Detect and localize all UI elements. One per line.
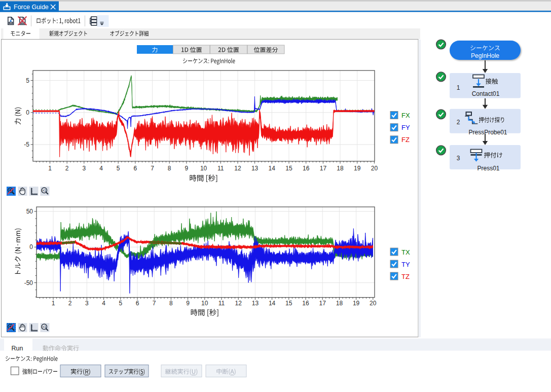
svg-text:-50: -50 bbox=[24, 279, 33, 287]
svg-text:Contact01: Contact01 bbox=[472, 90, 500, 97]
svg-text:12: 12 bbox=[234, 165, 241, 172]
svg-text:16: 16 bbox=[303, 165, 310, 172]
svg-text:2: 2 bbox=[65, 165, 69, 172]
svg-text:Run: Run bbox=[12, 345, 23, 352]
svg-text:TY: TY bbox=[401, 261, 410, 268]
svg-text:1: 1 bbox=[48, 165, 52, 172]
svg-text:5: 5 bbox=[117, 165, 120, 172]
svg-text:18: 18 bbox=[336, 300, 343, 307]
svg-text:11: 11 bbox=[218, 300, 225, 307]
svg-text:14: 14 bbox=[269, 165, 276, 172]
svg-text:10: 10 bbox=[201, 300, 208, 307]
svg-text:7: 7 bbox=[153, 300, 156, 307]
svg-text:×1: ×1 bbox=[42, 189, 46, 192]
svg-text:18: 18 bbox=[337, 165, 344, 172]
svg-text:7: 7 bbox=[151, 165, 154, 172]
svg-text:4: 4 bbox=[99, 165, 103, 172]
svg-text:1: 1 bbox=[52, 300, 55, 307]
svg-text:4: 4 bbox=[102, 300, 105, 307]
svg-text:FX: FX bbox=[401, 112, 410, 119]
svg-text:19: 19 bbox=[354, 165, 361, 172]
svg-text:15: 15 bbox=[285, 300, 292, 307]
svg-text:3: 3 bbox=[457, 155, 460, 162]
svg-text:0: 0 bbox=[26, 109, 29, 116]
svg-text:13: 13 bbox=[251, 165, 259, 172]
svg-text:-5: -5 bbox=[24, 141, 29, 148]
svg-text:3: 3 bbox=[85, 300, 89, 307]
svg-text:9: 9 bbox=[185, 165, 189, 172]
svg-text:PegInHole: PegInHole bbox=[471, 52, 499, 59]
svg-text:×1: ×1 bbox=[42, 325, 46, 329]
svg-text:0: 0 bbox=[29, 243, 33, 251]
svg-text:50: 50 bbox=[26, 208, 33, 215]
svg-text:1: 1 bbox=[457, 84, 460, 91]
svg-text:6: 6 bbox=[134, 165, 137, 172]
svg-text:17: 17 bbox=[320, 165, 327, 172]
svg-text:16: 16 bbox=[302, 300, 309, 307]
svg-text:5: 5 bbox=[26, 77, 29, 84]
svg-text:15: 15 bbox=[285, 165, 292, 172]
svg-text:8: 8 bbox=[169, 300, 173, 307]
svg-text:FY: FY bbox=[401, 124, 410, 131]
svg-text:Press01: Press01 bbox=[477, 165, 499, 172]
svg-text:17: 17 bbox=[319, 300, 326, 307]
svg-text:13: 13 bbox=[252, 300, 259, 307]
svg-text:3: 3 bbox=[82, 165, 86, 172]
svg-text:TX: TX bbox=[401, 248, 410, 256]
svg-text:20: 20 bbox=[370, 300, 377, 307]
svg-text:2: 2 bbox=[457, 119, 460, 126]
svg-text:12: 12 bbox=[235, 300, 242, 307]
svg-text:FZ: FZ bbox=[401, 136, 410, 144]
svg-text:TZ: TZ bbox=[401, 273, 410, 280]
svg-text:PressProbe01: PressProbe01 bbox=[468, 129, 507, 136]
svg-text:10: 10 bbox=[200, 165, 207, 172]
svg-text:9: 9 bbox=[186, 300, 190, 307]
svg-text:2: 2 bbox=[68, 300, 72, 307]
svg-text:19: 19 bbox=[353, 300, 360, 307]
svg-text:6: 6 bbox=[136, 300, 139, 307]
svg-text:11: 11 bbox=[217, 165, 224, 172]
svg-text:5: 5 bbox=[119, 300, 122, 307]
svg-text:20: 20 bbox=[371, 165, 378, 172]
svg-text:14: 14 bbox=[269, 300, 276, 307]
svg-text:8: 8 bbox=[168, 165, 171, 172]
svg-text:Force Guide: Force Guide bbox=[14, 4, 49, 11]
